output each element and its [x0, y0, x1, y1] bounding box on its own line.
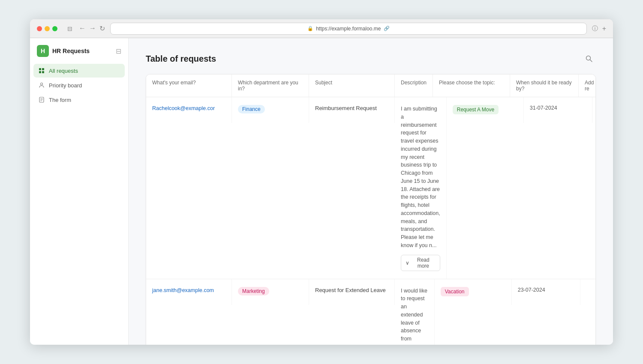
email-link[interactable]: jane.smith@example.com	[152, 287, 214, 293]
browser-navigation: ← → ↻	[79, 24, 105, 33]
sidebar: H HR Requests ⊟ All r	[30, 38, 129, 345]
col-subject: Subject	[309, 75, 395, 97]
new-tab-icon[interactable]: +	[602, 25, 606, 33]
sidebar-item-priority-board[interactable]: Priority board	[33, 78, 125, 92]
sidebar-item-the-form[interactable]: The form	[33, 93, 125, 107]
minimize-button[interactable]	[45, 26, 50, 31]
requests-table: What's your email? Which department are …	[146, 74, 596, 345]
cell-extra: -	[580, 279, 596, 305]
description-text: I would like to request an extended leav…	[401, 287, 428, 345]
layout-toggle-icon[interactable]: ⊟	[116, 47, 121, 55]
link-icon: 🔗	[384, 26, 390, 31]
col-description: Description	[395, 75, 433, 97]
cell-description: I would like to request an extended leav…	[395, 279, 435, 345]
url-text: https://example.formaloo.me	[316, 26, 381, 32]
browser-actions: ⓘ +	[592, 25, 606, 33]
svg-rect-1	[42, 68, 44, 70]
app-logo: H	[37, 45, 49, 57]
col-topic: Please choose the topic:	[433, 75, 510, 97]
col-date: When should it be ready by?	[510, 75, 579, 97]
col-email: What's your email?	[146, 75, 232, 97]
topic-badge: Vacation	[441, 287, 469, 296]
sidebar-item-label: Priority board	[49, 82, 82, 89]
cell-department: Finance	[232, 97, 309, 123]
app-logo-row: H HR Requests	[37, 45, 90, 57]
search-button[interactable]	[582, 52, 596, 66]
cell-topic: Request A Move	[447, 97, 524, 123]
col-department: Which department are you in?	[232, 75, 309, 97]
back-button[interactable]: ←	[79, 24, 86, 33]
forward-button[interactable]: →	[89, 24, 96, 33]
dept-badge: Marketing	[238, 287, 269, 295]
svg-point-4	[41, 83, 43, 85]
svg-rect-0	[39, 68, 41, 70]
svg-rect-3	[42, 71, 44, 73]
svg-rect-2	[39, 71, 41, 73]
refresh-button[interactable]: ↻	[99, 24, 105, 33]
topic-badge: Request A Move	[453, 105, 499, 114]
person-icon	[38, 81, 45, 89]
cell-topic: Vacation	[435, 279, 512, 305]
fullscreen-button[interactable]	[52, 26, 57, 31]
cell-department: Marketing	[232, 279, 309, 305]
page-header: Table of requests	[146, 52, 596, 66]
app-title: HR Requests	[52, 48, 90, 54]
browser-chrome: ⊟ ← → ↻ 🔒 https://example.formaloo.me 🔗 …	[30, 19, 613, 38]
sidebar-header: H HR Requests ⊟	[30, 45, 128, 64]
cell-date: 31-07-2024	[524, 97, 592, 123]
sidebar-item-label: All requests	[49, 68, 78, 74]
cell-date: 23-07-2024	[512, 279, 580, 305]
cell-subject: Reimbursement Request	[309, 97, 395, 123]
description-text: I am submitting a reimbursement request …	[401, 105, 440, 250]
chevron-icon: ∨	[406, 260, 409, 266]
table-row: Rachelcook@exmaple.cor Finance Reimburse…	[146, 97, 595, 279]
close-button[interactable]	[37, 26, 42, 31]
cell-description: I am submitting a reimbursement request …	[395, 97, 447, 279]
lock-icon: 🔒	[307, 26, 313, 31]
info-icon[interactable]: ⓘ	[592, 25, 598, 33]
sidebar-item-all-requests[interactable]: All requests	[33, 64, 125, 78]
traffic-lights	[37, 26, 57, 31]
col-extra: Add any re	[579, 75, 596, 97]
sidebar-toggle-icon[interactable]: ⊟	[66, 25, 74, 33]
doc-icon	[38, 96, 45, 104]
cell-extra: -	[592, 97, 596, 123]
main-content: Table of requests What's your email? Whi…	[129, 38, 613, 345]
dept-badge: Finance	[238, 105, 265, 113]
email-link[interactable]: Rachelcook@exmaple.cor	[152, 105, 215, 111]
sidebar-nav: All requests Priority board	[30, 64, 128, 107]
cell-email: jane.smith@example.com	[146, 279, 232, 305]
page-title: Table of requests	[146, 54, 216, 64]
cell-subject: Request for Extended Leave	[309, 279, 395, 305]
table-row: jane.smith@example.com Marketing Request…	[146, 279, 595, 345]
cell-email: Rachelcook@exmaple.cor	[146, 97, 232, 123]
read-more-button[interactable]: ∨ Read more	[401, 255, 440, 271]
svg-line-10	[590, 60, 592, 62]
address-bar[interactable]: 🔒 https://example.formaloo.me 🔗	[110, 23, 587, 35]
table-header: What's your email? Which department are …	[146, 75, 595, 97]
sidebar-item-label: The form	[49, 97, 71, 103]
grid-icon	[38, 67, 45, 75]
